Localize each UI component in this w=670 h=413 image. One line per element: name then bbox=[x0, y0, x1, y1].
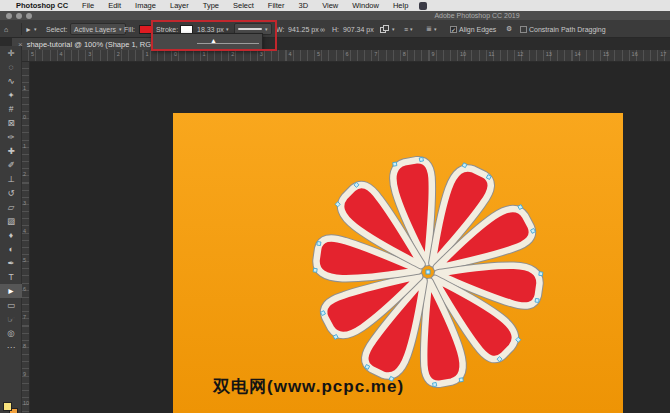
path-alignment-icon: ≡ bbox=[404, 26, 408, 33]
eyedropper-tool[interactable]: ✑ bbox=[0, 130, 22, 144]
blur-tool[interactable]: ♦ bbox=[0, 228, 22, 242]
color-swatches[interactable] bbox=[3, 402, 19, 413]
flower-shape[interactable] bbox=[173, 113, 623, 413]
menu-item-file[interactable]: File bbox=[75, 1, 101, 10]
menu-item-view[interactable]: View bbox=[315, 1, 345, 10]
eraser-tool[interactable]: ▱ bbox=[0, 200, 22, 214]
stroke-width-popup: ▲ bbox=[152, 33, 263, 50]
tool-preset-button[interactable]: ► ▾ bbox=[25, 20, 36, 38]
path-arrangement-icon: ≣ bbox=[426, 25, 432, 33]
ruler-label: 11 bbox=[489, 51, 495, 57]
hand-tool[interactable]: ☞ bbox=[0, 312, 22, 326]
zoom-tool[interactable]: ◎ bbox=[0, 326, 22, 340]
ruler-label: 4 bbox=[23, 228, 26, 234]
path-options-gear-icon[interactable]: ⚙ bbox=[506, 25, 512, 33]
window-minimize-button[interactable] bbox=[16, 13, 22, 19]
document-tab-bar: × shape-tutorial @ 100% (Shape 1, RGB/8)… bbox=[0, 38, 670, 50]
menu-item-photoshop-cc[interactable]: Photoshop CC bbox=[16, 1, 75, 10]
marquee-tool[interactable]: ◌ bbox=[0, 60, 22, 74]
menu-item-help[interactable]: Help bbox=[386, 1, 415, 10]
macos-menu-bar: Photoshop CCFileEditImageLayerTypeSelect… bbox=[0, 0, 670, 11]
home-button[interactable]: ⌂ bbox=[4, 20, 8, 38]
window-title-bar: Adobe Photoshop CC 2019 bbox=[0, 11, 670, 20]
solid-line-icon bbox=[238, 28, 262, 30]
slider-track[interactable] bbox=[197, 43, 259, 44]
height-value[interactable]: 907.34 px bbox=[343, 26, 374, 33]
fill-color-swatch[interactable] bbox=[139, 25, 152, 34]
window-close-button[interactable] bbox=[6, 13, 12, 19]
menubar-status-icon[interactable] bbox=[419, 2, 427, 10]
gradient-tool[interactable]: ▨ bbox=[0, 214, 22, 228]
path-operations-icon bbox=[380, 25, 390, 34]
anchor-point[interactable] bbox=[459, 378, 463, 382]
stroke-width-dropdown-icon[interactable]: ▾ bbox=[226, 26, 229, 32]
menu-item-filter[interactable]: Filter bbox=[261, 1, 292, 10]
menu-item-window[interactable]: Window bbox=[345, 1, 386, 10]
ruler-label: 3 bbox=[23, 200, 26, 206]
edit-toolbar[interactable]: ⋯ bbox=[0, 340, 22, 354]
shape-tool[interactable]: ▭ bbox=[0, 298, 22, 312]
anchor-point[interactable] bbox=[313, 268, 317, 272]
ruler-label: 1 bbox=[23, 143, 26, 149]
ruler-label: 8 bbox=[403, 51, 406, 57]
tab-title: shape-tutorial @ 100% (Shape 1, RGB/8) * bbox=[27, 40, 170, 49]
menu-item-image[interactable]: Image bbox=[128, 1, 163, 10]
crop-tool[interactable]: # bbox=[0, 102, 22, 116]
select-mode-dropdown[interactable]: Active Layers ▾ bbox=[70, 23, 126, 35]
window-zoom-button[interactable] bbox=[26, 13, 32, 19]
lasso-tool[interactable]: ∿ bbox=[0, 74, 22, 88]
type-tool[interactable]: T bbox=[0, 270, 22, 284]
frame-tool[interactable]: ⊠ bbox=[0, 116, 22, 130]
anchor-point[interactable] bbox=[419, 157, 423, 161]
anchor-point[interactable] bbox=[539, 272, 543, 276]
menu-item-type[interactable]: Type bbox=[196, 1, 226, 10]
menu-items: Photoshop CCFileEditImageLayerTypeSelect… bbox=[16, 1, 415, 10]
ruler-label: 0 bbox=[174, 51, 177, 57]
document-canvas[interactable]: 双电网(www.pcpc.me) bbox=[173, 113, 623, 413]
vertical-ruler[interactable]: 1012345678910 bbox=[22, 62, 30, 413]
center-anchor-point[interactable] bbox=[426, 270, 430, 274]
clone-stamp-tool[interactable]: ⊥ bbox=[0, 172, 22, 186]
foreground-color-swatch[interactable] bbox=[3, 402, 12, 411]
path-selection-tool[interactable]: ► bbox=[0, 284, 22, 298]
constrain-path-dragging-label: Constrain Path Dragging bbox=[529, 26, 606, 33]
stroke-width-value[interactable]: 18.33 px bbox=[197, 26, 224, 33]
menu-item-edit[interactable]: Edit bbox=[101, 1, 128, 10]
quick-selection-tool[interactable]: ✦ bbox=[0, 88, 22, 102]
ruler-label: 10 bbox=[460, 51, 466, 57]
horizontal-ruler[interactable]: 5432101234567891011121314151617 bbox=[22, 50, 670, 62]
ruler-label: 12 bbox=[517, 51, 523, 57]
ruler-label: 6 bbox=[23, 286, 26, 292]
align-edges-checkbox[interactable]: ✓ bbox=[450, 26, 457, 33]
anchor-point[interactable] bbox=[393, 162, 397, 166]
menu-item-layer[interactable]: Layer bbox=[163, 1, 196, 10]
divider bbox=[21, 23, 22, 35]
menu-item-select[interactable]: Select bbox=[226, 1, 261, 10]
chevron-down-icon: ▾ bbox=[410, 26, 413, 32]
constrain-path-dragging-checkbox[interactable] bbox=[520, 26, 527, 33]
anchor-point[interactable] bbox=[317, 242, 321, 246]
width-value[interactable]: 941.25 px bbox=[288, 26, 319, 33]
tool-options-bar: ⌂ ► ▾ Select: Active Layers ▾ Fill: Stro… bbox=[0, 20, 670, 38]
menu-item-3d[interactable]: 3D bbox=[292, 1, 316, 10]
height-label: H: bbox=[332, 26, 339, 33]
pen-tool[interactable]: ✒ bbox=[0, 256, 22, 270]
fill-label: Fill: bbox=[124, 26, 135, 33]
link-dimensions-icon[interactable]: ∞ bbox=[320, 26, 325, 33]
anchor-point[interactable] bbox=[433, 382, 437, 386]
dodge-tool[interactable]: ◐ bbox=[0, 242, 22, 256]
brush-tool[interactable]: ✐ bbox=[0, 158, 22, 172]
width-label: W: bbox=[276, 26, 284, 33]
ruler-label: 5 bbox=[317, 51, 320, 57]
ruler-label: 1 bbox=[145, 51, 148, 57]
move-tool[interactable]: ✛ bbox=[0, 46, 22, 60]
slider-handle-icon[interactable]: ▲ bbox=[210, 37, 217, 44]
history-brush-tool[interactable]: ↺ bbox=[0, 186, 22, 200]
path-alignment-button[interactable]: ≡ ▾ bbox=[404, 20, 413, 38]
ruler-label: 9 bbox=[23, 371, 26, 377]
healing-brush-tool[interactable]: ✚ bbox=[0, 144, 22, 158]
path-operations-button[interactable]: ▾ bbox=[380, 20, 395, 38]
path-arrangement-button[interactable]: ≣ ▾ bbox=[426, 20, 436, 38]
anchor-point[interactable] bbox=[535, 298, 539, 302]
ruler-label: 2 bbox=[117, 51, 120, 57]
